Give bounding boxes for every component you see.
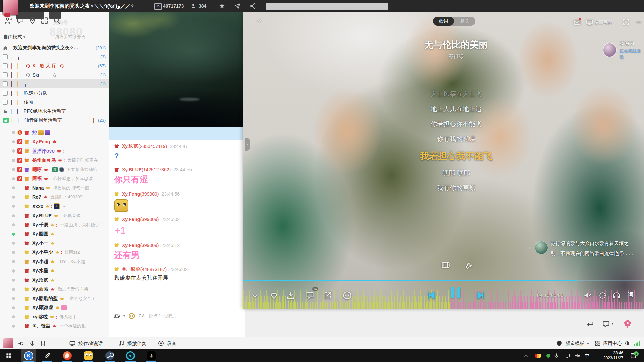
singer-card[interactable]: 权智力 正在唱这首歌: [603, 40, 644, 60]
user-list-item[interactable]: V 8 Xy.西索 : L 超 励志当爱情主播: [0, 285, 109, 294]
mixer-sliders-icon[interactable]: [40, 340, 46, 347]
user-list-item[interactable]: V 8 Xy.玖贰 : L 超: [0, 276, 109, 285]
message-user-name[interactable]: Xy.BLUE: [122, 167, 142, 172]
accompaniment-label[interactable]: 播放伴奏: [127, 341, 146, 347]
mv-film-icon[interactable]: [441, 260, 450, 270]
taskbar-app-owl-voice[interactable]: [80, 349, 96, 362]
channel-row[interactable]: + │ │ Skr~~~~ (1): [0, 70, 109, 79]
user-list-item[interactable]: V 8 阿福 : L 超 心怀感恩，永远忠诚: [0, 174, 109, 184]
record-label[interactable]: 录音: [167, 341, 176, 347]
chat-messages-icon[interactable]: [16, 16, 24, 25]
accompaniment-note-icon[interactable]: [118, 340, 125, 347]
app-center-grid-icon[interactable]: [594, 340, 601, 347]
return-icon[interactable]: [586, 320, 594, 328]
like-heart-icon[interactable]: [269, 291, 279, 300]
user-list-item[interactable]: V 8 Xy.水星 : L 超: [0, 266, 109, 276]
self-avatar[interactable]: [3, 338, 13, 348]
bubble-caret[interactable]: ▾: [612, 322, 613, 325]
desktop-photo-label[interactable]: 桌面写真: [595, 19, 612, 25]
user-list-item[interactable]: V 8 控 : L 超: [0, 128, 109, 137]
taskbar-app-k-voice[interactable]: K: [21, 349, 36, 362]
tray-volume-icon[interactable]: [574, 353, 580, 359]
channel-row[interactable]: + │ │ 仙音阁周年活动室 │ (23): [0, 116, 109, 125]
favorite-star-icon[interactable]: [219, 3, 225, 9]
message-user-name[interactable]: Xy.玖贰: [122, 143, 138, 149]
channel-template-icon[interactable]: [556, 340, 563, 347]
expand-channel-button[interactable]: +: [3, 81, 8, 86]
user-list-item[interactable]: V 8 Ro7 : L 超 直播间：490309: [0, 193, 109, 202]
expand-channel-button[interactable]: +: [3, 100, 8, 105]
lyrics-toggle-button[interactable]: 词: [628, 291, 633, 299]
loop-mode-icon[interactable]: [598, 291, 607, 300]
share-icon[interactable]: [250, 3, 256, 9]
location-pin-icon[interactable]: [28, 16, 37, 25]
send-plane-icon[interactable]: [234, 3, 241, 9]
ime-indicator[interactable]: 中: [585, 353, 590, 359]
channel-row[interactable]: + │ │ 传奇 │: [0, 98, 109, 107]
user-list-item[interactable]: V 8 Xy.圈圈 : L 超: [0, 230, 109, 239]
collapse-chevron-icon[interactable]: [255, 16, 263, 24]
minimize-icon[interactable]: [635, 18, 642, 26]
comment-next-chevron-icon[interactable]: [527, 245, 533, 251]
channel-row[interactable]: + 欢迎来到李拓海的秃头之夜✧… (201): [0, 43, 109, 52]
mute-speaker-icon[interactable]: [583, 291, 592, 300]
user-list-item[interactable]: V 8 Xy.顾谦虚 : L 超: [0, 303, 109, 313]
channel-row[interactable]: + │ │ 吃鸡小分队 │: [0, 88, 109, 98]
chat-bubble-icon[interactable]: [602, 320, 610, 328]
emoji-smiley-icon[interactable]: [128, 312, 136, 320]
expand-channel-button[interactable]: +: [3, 54, 8, 59]
chat-text-input[interactable]: [148, 313, 240, 319]
user-list-item[interactable]: V 8 嗯哼 : L 超 不要帮我给钱给: [0, 165, 109, 174]
comments-icon[interactable]: [305, 291, 315, 300]
next-track-icon[interactable]: [475, 290, 486, 301]
user-list-item[interactable]: V 8 扬州百灵鸟 : L 超 大部分时候不在: [0, 156, 109, 165]
user-list-item[interactable]: V 8 Xy.小超 : L 超 DY：Xy.小超: [0, 257, 109, 266]
qr-grid-icon[interactable]: [40, 16, 49, 25]
speaker-icon[interactable]: [17, 340, 24, 347]
game-controller-icon[interactable]: [113, 312, 120, 320]
user-list-item[interactable]: V 8 Xy.小一 : L 超: [0, 239, 109, 248]
channel-row[interactable]: + │ │ PFC绝地求生活动室 │: [0, 107, 109, 116]
tray-expand-chevron-icon[interactable]: [523, 353, 529, 359]
more-options-icon[interactable]: [342, 291, 352, 300]
taskbar-app-steam[interactable]: [102, 349, 117, 362]
flower-gift-icon[interactable]: [623, 318, 633, 328]
taskbar-app-tiktok[interactable]: ♪: [144, 349, 159, 362]
expand-channel-button[interactable]: +: [3, 72, 8, 77]
system-clock[interactable]: 23:46 2023/11/27: [594, 351, 623, 361]
add-friend-icon[interactable]: [4, 16, 12, 25]
user-list-item[interactable]: V 8 Xy.BLUE : L 超 死低音炮: [0, 211, 109, 221]
emoji-ca-label[interactable]: CA: [139, 314, 145, 318]
tray-green-icon[interactable]: [546, 354, 550, 358]
push-to-talk-label[interactable]: 按住Alt说话: [78, 341, 103, 347]
message-user-name[interactable]: Xy.Feng: [122, 243, 140, 248]
tray-microphone-icon[interactable]: [553, 353, 559, 359]
expand-handle[interactable]: [245, 138, 250, 151]
search-icon[interactable]: [53, 16, 61, 25]
previous-track-icon[interactable]: [426, 290, 437, 301]
pause-button[interactable]: [451, 287, 461, 298]
talk-monitor-icon[interactable]: [69, 340, 76, 347]
windows-start-icon[interactable]: [5, 352, 12, 359]
taskbar-app-quill[interactable]: [40, 349, 55, 362]
tab-lyrics[interactable]: 歌词: [433, 17, 454, 26]
share-out-icon[interactable]: [323, 291, 332, 300]
record-icon[interactable]: [158, 340, 164, 347]
message-user-name[interactable]: ⑧、银尘: [122, 266, 140, 273]
tray-color-icon[interactable]: [535, 354, 541, 358]
video-preview[interactable]: [109, 12, 245, 127]
controller-caret[interactable]: ▾: [123, 314, 125, 318]
room-owner-avatar[interactable]: [3, 0, 18, 15]
taskbar-app-fire-live[interactable]: [60, 349, 75, 362]
taskbar-app-teal-ring[interactable]: [123, 349, 138, 362]
user-list-item[interactable]: V 8 Xy.酷酷的蓝 : L 超 这个号安全了: [0, 294, 109, 303]
progress-bar[interactable]: [243, 280, 644, 281]
user-list-item[interactable]: V 8 蓝洋洋ovo : L 超: [0, 146, 109, 156]
singer-status-link[interactable]: 正在唱这首歌: [620, 48, 644, 60]
fullscreen-icon[interactable]: [622, 18, 630, 26]
user-list-item[interactable]: V 8 xy.哆啦 : L 超 佛系歌手: [0, 312, 109, 322]
message-user-name[interactable]: Xy.Feng: [122, 191, 140, 197]
user-list-item[interactable]: V 8 Xy.Feng : L 超: [0, 137, 109, 147]
player-collapse-chevron-icon[interactable]: [251, 291, 259, 300]
channel-row[interactable]: + │ │ K 歌大厅 (67): [0, 61, 109, 70]
